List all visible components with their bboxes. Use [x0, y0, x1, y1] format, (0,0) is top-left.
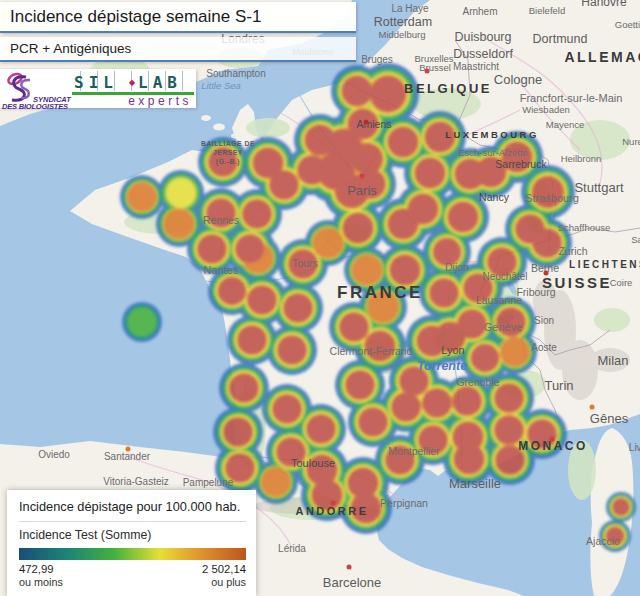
- heat-point-band: [351, 493, 380, 522]
- heat-point-band: [243, 200, 271, 228]
- heat-point-band: [367, 291, 400, 324]
- heat-point-band: [284, 294, 312, 322]
- heat-point-band: [423, 389, 451, 417]
- heat-point-band: [388, 209, 417, 238]
- heat-point-band: [458, 310, 486, 338]
- heat-point-band: [606, 527, 624, 545]
- heat-point-band: [502, 142, 531, 171]
- legend-max-value: 2 502,14: [202, 563, 246, 575]
- heat-point-band: [359, 408, 387, 436]
- heat-point-band: [415, 158, 444, 187]
- logo-block: SYNDICAT DES BIOLOGISTES SIL ◆ LAB exper…: [0, 69, 196, 108]
- heat-point-band: [312, 227, 343, 258]
- heat-point-band: [277, 438, 305, 466]
- heat-point-band: [425, 122, 454, 151]
- heat-point-band: [464, 274, 492, 302]
- heat-point-band: [495, 416, 523, 444]
- heat-point-band: [528, 420, 556, 448]
- heat-point-band: [312, 480, 341, 509]
- heat-point-band: [209, 148, 237, 176]
- heat-point-band: [307, 415, 335, 443]
- heat-point-band: [230, 374, 258, 402]
- heat-point-band: [496, 446, 524, 474]
- sil-lab-experts-label: experts: [128, 94, 192, 108]
- heat-point-band: [340, 313, 368, 341]
- syndicat-label-2: DES BIOLOGISTES: [2, 102, 68, 111]
- incidence-map-report: BELGIQUEALLEMAGNELUXEMBOURGFRANCESUISSEL…: [0, 0, 640, 596]
- heat-point-band: [261, 467, 291, 497]
- heat-point-band: [207, 199, 235, 227]
- legend-max-suffix: ou plus: [202, 576, 246, 588]
- heat-point-band: [471, 344, 498, 371]
- heat-point-band: [273, 395, 301, 423]
- heat-point-band: [346, 371, 374, 399]
- legend-divider: [19, 521, 246, 522]
- heat-point-band: [476, 157, 505, 186]
- heat-point-band: [198, 235, 226, 263]
- heat-point-band: [400, 367, 428, 395]
- heat-point-band: [289, 250, 317, 278]
- heat-point-band: [495, 384, 523, 412]
- heat-point-band: [351, 254, 382, 285]
- report-subtitle-bar: PCR + Antigéniques: [0, 37, 356, 62]
- heat-point-band: [128, 308, 157, 337]
- heat-point-band: [248, 286, 276, 314]
- heat-point-band: [430, 279, 458, 307]
- heat-point-band: [371, 77, 406, 112]
- legend-min-suffix: ou moins: [19, 576, 63, 588]
- heat-point-band: [533, 177, 564, 208]
- heat-point-band: [390, 255, 419, 284]
- heat-point-band: [348, 468, 377, 497]
- heat-point-band: [388, 127, 417, 156]
- heat-point-band: [343, 213, 372, 242]
- legend-gradient-bar: [19, 548, 246, 560]
- page-subtitle: PCR + Antigéniques: [10, 41, 131, 56]
- heat-point-band: [448, 202, 477, 231]
- report-title-bar: Incidence dépistage semaine S-1: [0, 2, 356, 33]
- sil-lab-text-right: LAB: [138, 73, 182, 92]
- legend-max: 2 502,14 ou plus: [202, 563, 246, 588]
- heat-point-band: [488, 248, 516, 276]
- sil-lab-text-left: SIL: [74, 73, 118, 92]
- legend-min: 472,99 ou moins: [19, 563, 63, 588]
- heat-point-band: [419, 426, 447, 454]
- heat-point-band: [352, 144, 383, 175]
- heat-point-band: [218, 277, 245, 304]
- heat-point-band: [236, 235, 264, 263]
- heat-blobs: [120, 63, 636, 552]
- heat-point-band: [454, 444, 483, 473]
- legend-panel: Incidence dépistage pour 100.000 hab. In…: [7, 490, 256, 596]
- page-title: Incidence dépistage semaine S-1: [10, 7, 261, 27]
- sil-lab-logo: SIL ◆ LAB experts: [72, 71, 194, 106]
- heat-point-band: [433, 238, 460, 265]
- heat-point-band: [307, 455, 336, 484]
- heat-point-band: [365, 331, 394, 360]
- heat-point-band: [497, 308, 525, 336]
- heat-point-band: [278, 336, 306, 364]
- legend-min-value: 472,99: [19, 563, 63, 575]
- heat-point-band: [386, 446, 414, 474]
- legend-title: Incidence dépistage pour 100.000 hab.: [19, 499, 246, 514]
- syndicat-biologistes-logo-icon: [2, 72, 34, 104]
- heat-point-band: [166, 178, 196, 208]
- heat-point-band: [357, 170, 385, 198]
- sil-lab-diamond-icon: ◆: [129, 78, 135, 87]
- heat-point-band: [127, 182, 157, 212]
- heat-point-band: [533, 229, 561, 257]
- heat-point-band: [224, 418, 252, 446]
- heat-point-band: [392, 393, 420, 421]
- heat-point-band: [342, 76, 371, 105]
- heat-point-band: [613, 499, 630, 516]
- legend-field-label: Incidence Test (Somme): [19, 528, 246, 542]
- heat-point-band: [226, 454, 254, 482]
- heat-point-band: [270, 171, 298, 199]
- heat-point-band: [163, 208, 194, 239]
- heat-point-band: [453, 387, 481, 415]
- heat-point-band: [500, 337, 530, 367]
- heat-point-band: [238, 326, 266, 354]
